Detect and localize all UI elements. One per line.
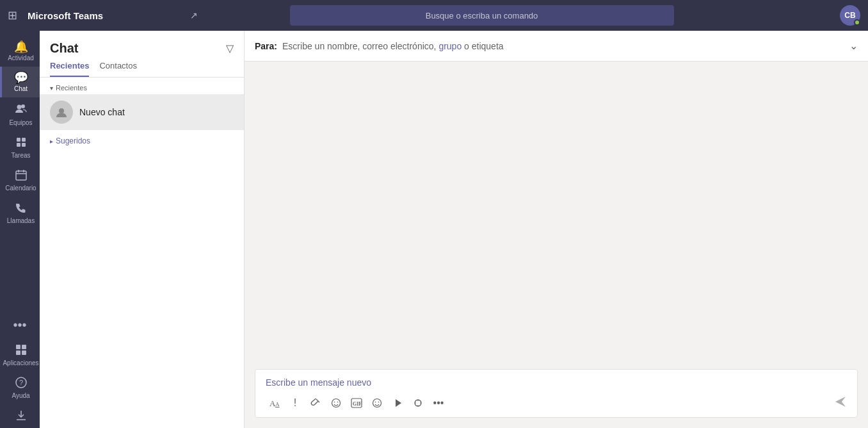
svg-text:GIF: GIF (353, 401, 362, 407)
chat-area (245, 62, 868, 369)
to-label: Para: (255, 41, 277, 51)
svg-rect-4 (17, 143, 20, 147)
teams-icon (15, 103, 28, 117)
main-content: Para: Escribe un nombre, correo electrón… (245, 31, 868, 428)
to-input[interactable]: Escribe un nombre, correo electrónico, g… (282, 41, 504, 51)
sidebar-label-chat: Chat (14, 85, 28, 92)
sidebar-item-aplicaciones[interactable]: Aplicaciones (0, 339, 40, 372)
activity-icon: 🔔 (14, 41, 28, 53)
recientes-section-label: ▾ Recientes (40, 78, 244, 94)
tasks-icon (15, 136, 27, 150)
new-chat-label: Nuevo chat (79, 107, 125, 117)
new-chat-item[interactable]: Nuevo chat (40, 94, 244, 130)
svg-point-26 (375, 402, 376, 403)
svg-rect-3 (22, 138, 26, 142)
nav-bottom: Aplicaciones ? Ayuda (0, 339, 40, 428)
to-bar: Para: Escribe un nombre, correo electrón… (245, 31, 868, 62)
more-options[interactable]: ••• (6, 311, 33, 339)
svg-rect-13 (22, 350, 26, 355)
app-title: Microsoft Teams (28, 10, 103, 21)
new-chat-avatar (50, 101, 73, 124)
gif-button[interactable]: GIF (348, 394, 366, 412)
more-options-toolbar[interactable]: ••• (430, 394, 447, 412)
sugeridos-section[interactable]: ▸ Sugeridos (40, 130, 244, 148)
sidebar-label-equipos: Equipos (9, 119, 32, 126)
search-placeholder: Busque o escriba un comando (426, 11, 538, 21)
svg-text:?: ? (19, 379, 23, 386)
download-icon (15, 409, 27, 423)
avatar[interactable]: CB (840, 5, 860, 26)
help-icon: ? (15, 377, 27, 390)
svg-point-22 (337, 402, 339, 403)
svg-rect-5 (22, 143, 26, 147)
sidebar-item-tareas[interactable]: Tareas (0, 131, 40, 164)
svg-point-1 (17, 105, 21, 110)
sticker-button[interactable] (368, 394, 386, 412)
to-placeholder-end: o etiqueta (462, 41, 503, 51)
svg-rect-6 (16, 171, 26, 180)
sidebar-item-calendario[interactable]: Calendario (0, 164, 40, 197)
avatar-initials: CB (844, 11, 855, 20)
important-button[interactable]: ! (286, 394, 304, 412)
avatar-status-dot (854, 19, 860, 26)
sidebar-item-download[interactable] (0, 404, 40, 428)
calls-icon (15, 202, 27, 215)
to-placeholder-text: Escribe un nombre, correo electrónico, (282, 41, 438, 51)
sidebar-item-actividad[interactable]: 🔔 Actividad (0, 36, 40, 67)
sidebar-label-ayuda: Ayuda (12, 392, 29, 399)
svg-rect-11 (22, 345, 26, 349)
sidebar-item-ayuda[interactable]: ? Ayuda (0, 372, 40, 404)
send-button[interactable] (834, 395, 847, 411)
svg-marker-28 (396, 399, 401, 407)
sidebar-label-aplicaciones: Aplicaciones (3, 359, 38, 366)
loop-button[interactable] (409, 394, 427, 412)
top-bar: ⊞ Microsoft Teams ↗ Busque o escriba un … (0, 0, 868, 31)
tab-contactos[interactable]: Contactos (99, 61, 137, 77)
svg-rect-2 (17, 138, 20, 142)
sidebar-label-actividad: Actividad (8, 54, 34, 62)
sidebar-label-tareas: Tareas (11, 152, 30, 159)
sugeridos-label: Sugeridos (56, 136, 90, 145)
expand-icon[interactable]: ↗ (190, 10, 198, 21)
svg-point-27 (378, 402, 380, 403)
schedule-button[interactable] (389, 394, 406, 412)
svg-rect-12 (16, 350, 20, 355)
sidebar-label-llamadas: Llamadas (7, 217, 35, 224)
compose-placeholder: Escribe un mensaje nuevo (266, 377, 371, 388)
compose-input[interactable]: Escribe un mensaje nuevo (266, 377, 847, 388)
sidebar-item-chat[interactable]: 💬 Chat (0, 67, 40, 97)
svg-point-17 (59, 108, 64, 113)
sugeridos-arrow: ▸ (50, 138, 53, 145)
filter-icon[interactable]: ▽ (226, 42, 234, 54)
format-button[interactable]: A A (266, 394, 284, 412)
chat-panel: Chat ▽ Recientes Contactos ▾ Recientes N… (40, 31, 245, 428)
svg-text:A: A (275, 401, 280, 407)
svg-rect-10 (16, 345, 20, 349)
compose-toolbar: A A ! (266, 394, 847, 412)
recientes-arrow[interactable]: ▾ (50, 85, 53, 92)
svg-point-21 (334, 402, 335, 403)
sidebar-item-equipos[interactable]: Equipos (0, 97, 40, 131)
main-layout: 🔔 Actividad 💬 Chat Equipos (0, 31, 868, 428)
sidebar-item-llamadas[interactable]: Llamadas (0, 197, 40, 229)
chat-tabs: Recientes Contactos (40, 61, 244, 78)
attach-button[interactable] (307, 394, 325, 412)
chat-panel-title: Chat (50, 41, 78, 56)
calendar-icon (15, 169, 27, 183)
compose-area: Escribe un mensaje nuevo A A ! (255, 369, 858, 418)
to-bar-chevron[interactable]: ⌄ (849, 40, 858, 52)
grid-icon[interactable]: ⊞ (8, 8, 17, 22)
emoji-button[interactable] (327, 394, 345, 412)
nav-sidebar: 🔔 Actividad 💬 Chat Equipos (0, 31, 40, 428)
chat-panel-header: Chat ▽ (40, 31, 244, 56)
search-bar[interactable]: Busque o escriba un comando (290, 5, 674, 26)
recientes-label: Recientes (56, 84, 87, 92)
apps-icon (15, 344, 27, 358)
tab-recientes[interactable]: Recientes (50, 61, 89, 77)
svg-point-0 (21, 104, 25, 108)
chat-icon: 💬 (14, 72, 28, 83)
to-placeholder-link: grupo (438, 41, 462, 51)
sidebar-label-calendario: Calendario (5, 185, 36, 192)
